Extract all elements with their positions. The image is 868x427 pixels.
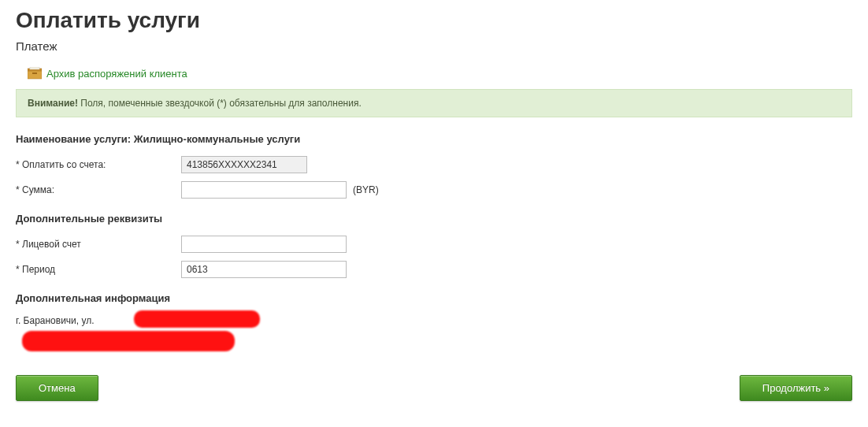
personal-account-row: * Лицевой счет	[16, 236, 852, 253]
svg-rect-3	[32, 72, 37, 74]
notice-box: Внимание! Поля, помеченные звездочкой (*…	[16, 89, 852, 117]
address-line: г. Барановичи, ул.	[16, 315, 852, 326]
personal-account-label: * Лицевой счет	[16, 239, 181, 250]
archive-link[interactable]: Архив распоряжений клиента	[46, 68, 187, 80]
notice-strong: Внимание!	[28, 98, 78, 109]
info-heading: Дополнительная информация	[16, 292, 852, 304]
page-subtitle: Платеж	[16, 39, 852, 53]
service-name-row: Наименование услуги: Жилищно-коммунальны…	[16, 133, 852, 145]
cancel-button[interactable]: Отмена	[16, 375, 98, 401]
redaction-mark-2	[22, 331, 235, 351]
period-label: * Период	[16, 264, 181, 275]
svg-rect-2	[30, 67, 39, 69]
redaction-mark-1	[134, 310, 260, 328]
amount-row: * Сумма: (BYR)	[16, 181, 852, 199]
service-name: Жилищно-коммунальные услуги	[134, 133, 300, 145]
personal-account-input[interactable]	[181, 236, 347, 253]
continue-button[interactable]: Продолжить »	[740, 375, 852, 401]
currency-label: (BYR)	[353, 184, 379, 195]
extra-heading: Дополнительные реквизиты	[16, 213, 852, 225]
account-row: * Оплатить со счета:	[16, 156, 852, 173]
notice-text: Поля, помеченные звездочкой (*) обязател…	[78, 98, 362, 109]
button-row: Отмена Продолжить »	[16, 375, 852, 401]
archive-icon	[28, 67, 42, 80]
archive-link-row: Архив распоряжений клиента	[28, 67, 852, 80]
amount-label: * Сумма:	[16, 184, 181, 195]
account-input	[181, 156, 307, 173]
service-label-prefix: Наименование услуги:	[16, 133, 134, 145]
account-label: * Оплатить со счета:	[16, 159, 181, 170]
amount-input[interactable]	[181, 181, 347, 199]
period-input[interactable]	[181, 261, 347, 278]
page-title: Оплатить услуги	[16, 8, 852, 33]
address-prefix: г. Барановичи, ул.	[16, 315, 95, 326]
period-row: * Период	[16, 261, 852, 278]
svg-rect-0	[28, 70, 42, 79]
